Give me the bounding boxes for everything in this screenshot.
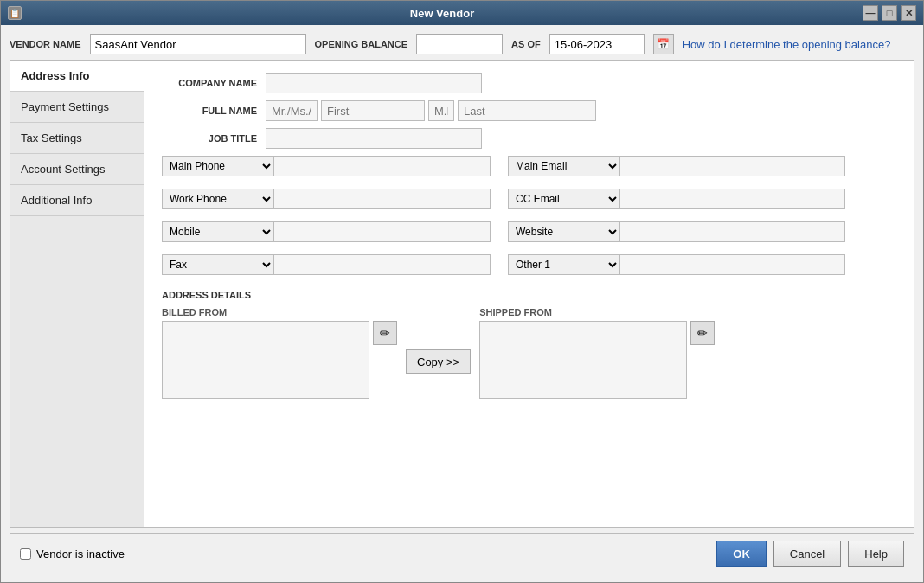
company-name-label: COMPANY NAME — [162, 78, 266, 88]
new-vendor-window: 📋 New Vendor — □ ✕ VENDOR NAME OPENING B… — [0, 0, 924, 583]
app-icon: 📋 — [8, 6, 22, 20]
main-email-select[interactable]: Main Email — [508, 156, 620, 176]
fax-row: Fax — [162, 254, 491, 275]
help-button[interactable]: Help — [848, 541, 904, 567]
calendar-button[interactable]: 📅 — [653, 34, 674, 54]
main-phone-row: Main Phone — [162, 156, 491, 176]
name-prefix-input[interactable] — [266, 100, 318, 121]
fax-input[interactable] — [274, 254, 491, 275]
sidebar-item-account-settings[interactable]: Account Settings — [10, 154, 144, 185]
full-name-inputs — [266, 100, 596, 121]
job-title-label: JOB TITLE — [162, 133, 266, 144]
shipped-from-textarea[interactable] — [479, 321, 687, 399]
full-name-label: FULL NAME — [162, 106, 266, 116]
phone-email-grid: Main Phone Work Phone Mobi — [162, 156, 896, 281]
address-details-title: ADDRESS DETAILS — [162, 290, 896, 300]
cc-email-input[interactable] — [620, 189, 845, 209]
opening-balance-input[interactable] — [416, 34, 503, 54]
sidebar-item-address-info[interactable]: Address Info — [10, 61, 144, 92]
content-area: VENDOR NAME OPENING BALANCE AS OF 📅 How … — [1, 25, 923, 582]
cancel-button[interactable]: Cancel — [773, 541, 841, 567]
full-name-row: FULL NAME — [162, 100, 896, 121]
website-select[interactable]: Website — [508, 221, 620, 242]
shipped-from-edit-button[interactable]: ✏ — [690, 321, 715, 345]
mobile-input[interactable] — [274, 221, 491, 242]
name-last-input[interactable] — [458, 100, 596, 121]
mobile-select[interactable]: Mobile — [162, 221, 274, 242]
maximize-button[interactable]: □ — [882, 5, 897, 21]
company-name-row: COMPANY NAME — [162, 73, 896, 93]
fax-select[interactable]: Fax — [162, 254, 274, 275]
billed-from-textarea[interactable] — [162, 321, 369, 399]
billed-from-row: ✏ — [162, 321, 397, 399]
vendor-inactive-checkbox[interactable] — [20, 548, 31, 560]
billed-from-box: BILLED FROM ✏ — [162, 307, 397, 399]
sidebar-item-payment-settings[interactable]: Payment Settings — [10, 92, 144, 123]
ok-button[interactable]: OK — [716, 541, 767, 567]
opening-balance-label: OPENING BALANCE — [315, 39, 408, 49]
window-title: New Vendor — [22, 7, 863, 20]
bottom-bar: Vendor is inactive OK Cancel Help — [10, 533, 914, 573]
website-input[interactable] — [620, 221, 845, 242]
vendor-name-input[interactable] — [90, 34, 306, 54]
vendor-inactive-text: Vendor is inactive — [36, 548, 125, 561]
sidebar-item-additional-info[interactable]: Additional Info — [10, 185, 144, 216]
vendor-name-label: VENDOR NAME — [10, 39, 81, 49]
other1-select[interactable]: Other 1 — [508, 254, 620, 275]
work-phone-input[interactable] — [274, 189, 491, 209]
main-phone-select[interactable]: Main Phone — [162, 156, 274, 176]
job-title-row: JOB TITLE — [162, 128, 896, 149]
title-bar: 📋 New Vendor — □ ✕ — [1, 1, 923, 25]
main-phone-input[interactable] — [274, 156, 491, 176]
company-name-input[interactable] — [266, 73, 482, 93]
website-row: Website — [508, 221, 845, 242]
minimize-button[interactable]: — — [863, 5, 878, 21]
work-phone-row: Work Phone — [162, 189, 491, 209]
date-input[interactable] — [549, 34, 645, 54]
shipped-from-box: SHIPPED FROM ✏ — [479, 307, 715, 399]
address-boxes: BILLED FROM ✏ Copy >> SHIPPED FROM — [162, 307, 896, 399]
mobile-row: Mobile — [162, 221, 491, 242]
main-email-input[interactable] — [620, 156, 845, 176]
opening-balance-link[interactable]: How do I determine the opening balance? — [683, 38, 891, 51]
other1-input[interactable] — [620, 254, 845, 275]
billed-from-label: BILLED FROM — [162, 307, 397, 317]
name-mi-input[interactable] — [428, 100, 454, 121]
cc-email-select[interactable]: CC Email — [508, 189, 620, 209]
shipped-from-label: SHIPPED FROM — [479, 307, 715, 317]
other1-row: Other 1 — [508, 254, 845, 275]
close-button[interactable]: ✕ — [901, 5, 916, 21]
address-section: ADDRESS DETAILS BILLED FROM ✏ Copy >> — [162, 290, 896, 399]
email-column: Main Email CC Email Websit — [508, 156, 845, 281]
bottom-buttons: OK Cancel Help — [716, 541, 904, 567]
vendor-inactive-label[interactable]: Vendor is inactive — [20, 548, 125, 561]
phone-column: Main Phone Work Phone Mobi — [162, 156, 491, 281]
as-of-label: AS OF — [511, 39, 541, 49]
form-area: COMPANY NAME FULL NAME JOB TITLE — [144, 61, 914, 527]
top-fields: VENDOR NAME OPENING BALANCE AS OF 📅 How … — [10, 34, 914, 54]
main-body: Address Info Payment Settings Tax Settin… — [10, 60, 914, 528]
title-bar-left: 📋 — [8, 6, 22, 20]
sidebar: Address Info Payment Settings Tax Settin… — [10, 61, 144, 527]
main-email-row: Main Email — [508, 156, 845, 176]
billed-from-edit-button[interactable]: ✏ — [373, 321, 397, 345]
job-title-input[interactable] — [266, 128, 482, 149]
cc-email-row: CC Email — [508, 189, 845, 209]
work-phone-select[interactable]: Work Phone — [162, 189, 274, 209]
shipped-from-row: ✏ — [479, 321, 715, 399]
window-controls: — □ ✕ — [863, 5, 916, 21]
name-first-input[interactable] — [321, 100, 425, 121]
sidebar-item-tax-settings[interactable]: Tax Settings — [10, 123, 144, 154]
copy-button[interactable]: Copy >> — [406, 349, 471, 374]
